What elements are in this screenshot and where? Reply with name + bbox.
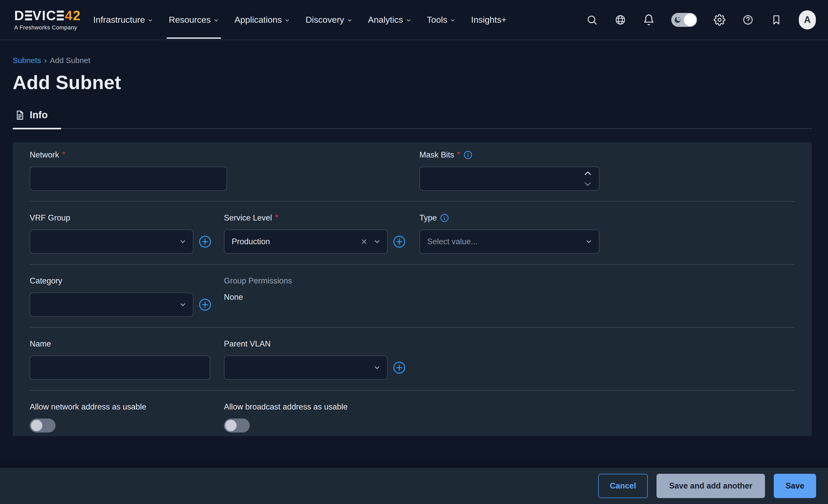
- required-asterisk: *: [62, 150, 65, 159]
- allow-network-address-toggle[interactable]: [30, 419, 55, 432]
- action-footer: Cancel Save and add another Save: [0, 468, 828, 504]
- field-service-level: Service Level * Production: [224, 213, 419, 254]
- add-parent-vlan-button[interactable]: [392, 361, 406, 375]
- breadcrumb-current: Add Subnet: [50, 56, 90, 65]
- settings-gear-icon[interactable]: [714, 14, 726, 26]
- category-label: Category: [30, 276, 62, 286]
- cancel-button[interactable]: Cancel: [598, 474, 648, 498]
- mask-bits-label: Mask Bits: [419, 150, 454, 160]
- chevron-down-icon: [179, 238, 187, 246]
- group-permissions-label: Group Permissions: [224, 276, 292, 286]
- field-allow-network-address: Allow network address as usable: [30, 402, 224, 432]
- field-vrf-group: VRF Group: [30, 213, 224, 254]
- add-category-button[interactable]: [198, 298, 212, 312]
- page-title: Add Subnet: [13, 72, 812, 93]
- chevron-down-icon: [284, 17, 290, 23]
- field-allow-broadcast-address: Allow broadcast address as usable: [224, 402, 419, 432]
- type-label: Type: [419, 213, 437, 222]
- service-level-label: Service Level: [224, 213, 272, 222]
- tab-info[interactable]: Info: [13, 110, 61, 128]
- top-nav: DVIC42 A Freshworks Company Infrastructu…: [0, 0, 828, 40]
- toggle-knob: [31, 420, 42, 431]
- chevron-down-icon: [213, 17, 219, 23]
- nav-item-applications[interactable]: Applications: [235, 0, 290, 40]
- chevron-down-icon: [179, 301, 187, 308]
- network-input[interactable]: [30, 167, 227, 191]
- nav-item-discovery[interactable]: Discovery: [305, 0, 352, 40]
- network-label: Network: [30, 150, 59, 160]
- chevron-down-icon: [373, 238, 381, 246]
- bookmark-icon[interactable]: [771, 14, 782, 26]
- mask-bits-increment[interactable]: [584, 171, 592, 176]
- chevron-down-icon: [406, 17, 411, 23]
- breadcrumb-separator: ›: [44, 56, 47, 65]
- allow-broadcast-address-label: Allow broadcast address as usable: [224, 402, 347, 412]
- info-icon[interactable]: [463, 150, 473, 160]
- form-row-network: Network * Mask Bits *: [30, 142, 795, 202]
- save-button[interactable]: Save: [774, 474, 816, 498]
- form-row-toggles: Allow network address as usable Allow br…: [30, 391, 795, 436]
- service-level-select[interactable]: Production: [224, 229, 388, 254]
- help-icon[interactable]: [742, 14, 754, 26]
- chevron-down-icon: [148, 17, 153, 23]
- globe-icon[interactable]: [614, 14, 626, 26]
- theme-toggle-knob: [684, 14, 696, 26]
- file-text-icon: [15, 110, 25, 120]
- theme-toggle[interactable]: [671, 13, 697, 27]
- nav-item-resources[interactable]: Resources: [169, 0, 219, 40]
- field-parent-vlan: Parent VLAN: [224, 339, 419, 380]
- add-vrf-group-button[interactable]: [198, 235, 212, 249]
- allow-network-address-label: Allow network address as usable: [30, 402, 146, 412]
- moon-icon: [673, 15, 682, 24]
- form-row-category-permissions: Category: [30, 265, 795, 328]
- nav-item-insights-plus[interactable]: Insights+: [471, 0, 506, 40]
- vrf-group-select[interactable]: [30, 229, 194, 254]
- main-menu: Infrastructure Resources Applications Di…: [93, 0, 506, 40]
- tab-bar: Info: [13, 110, 812, 129]
- name-label: Name: [30, 339, 51, 348]
- clear-x-icon[interactable]: [360, 238, 368, 246]
- mask-bits-decrement[interactable]: [584, 182, 592, 186]
- mask-bits-input[interactable]: [419, 167, 599, 191]
- logo-42: 42: [65, 9, 81, 22]
- save-and-add-another-button[interactable]: Save and add another: [657, 474, 765, 498]
- form-row-vrf-service-type: VRF Group: [30, 202, 795, 265]
- logo-tagline: A Freshworks Company: [14, 24, 81, 31]
- type-select[interactable]: Select value...: [419, 229, 599, 254]
- group-permissions-value: None: [224, 293, 419, 302]
- parent-vlan-label: Parent VLAN: [224, 339, 271, 348]
- parent-vlan-select[interactable]: [224, 355, 388, 380]
- breadcrumb-link-subnets[interactable]: Subnets: [13, 56, 41, 65]
- chevron-down-icon: [585, 238, 593, 246]
- logo-letter-e-icon: [57, 11, 64, 20]
- main-content: Subnets › Add Subnet Add Subnet Info Net…: [0, 40, 828, 436]
- logo-letter-d: D: [14, 9, 25, 22]
- field-type: Type Select value...: [419, 213, 599, 254]
- name-input[interactable]: [30, 355, 210, 380]
- required-asterisk: *: [275, 213, 278, 221]
- toggle-knob: [225, 420, 237, 431]
- nav-item-analytics[interactable]: Analytics: [368, 0, 411, 40]
- info-icon[interactable]: [439, 213, 450, 223]
- page: DVIC42 A Freshworks Company Infrastructu…: [0, 0, 828, 504]
- device42-wordmark: DVIC42: [14, 9, 81, 22]
- logo-letters-vic: VIC: [33, 9, 56, 22]
- field-network: Network *: [30, 150, 224, 191]
- category-select[interactable]: [30, 293, 194, 317]
- notifications-bell-icon[interactable]: [643, 14, 655, 26]
- allow-broadcast-address-toggle[interactable]: [224, 419, 250, 432]
- search-icon[interactable]: [586, 14, 598, 26]
- nav-item-infrastructure[interactable]: Infrastructure: [93, 0, 153, 40]
- nav-right-icons: A: [586, 10, 816, 30]
- nav-item-tools[interactable]: Tools: [427, 0, 456, 40]
- form-row-name-vlan: Name Parent VLAN: [30, 328, 795, 391]
- logo-letter-e-icon: [25, 11, 32, 20]
- field-category: Category: [30, 276, 224, 317]
- add-service-level-button[interactable]: [392, 235, 406, 249]
- breadcrumb: Subnets › Add Subnet: [13, 56, 812, 65]
- chevron-down-icon: [373, 364, 381, 372]
- user-avatar[interactable]: A: [799, 10, 816, 30]
- device42-logo[interactable]: DVIC42 A Freshworks Company: [14, 9, 81, 31]
- field-name: Name: [30, 339, 224, 380]
- avatar-initial: A: [804, 14, 811, 25]
